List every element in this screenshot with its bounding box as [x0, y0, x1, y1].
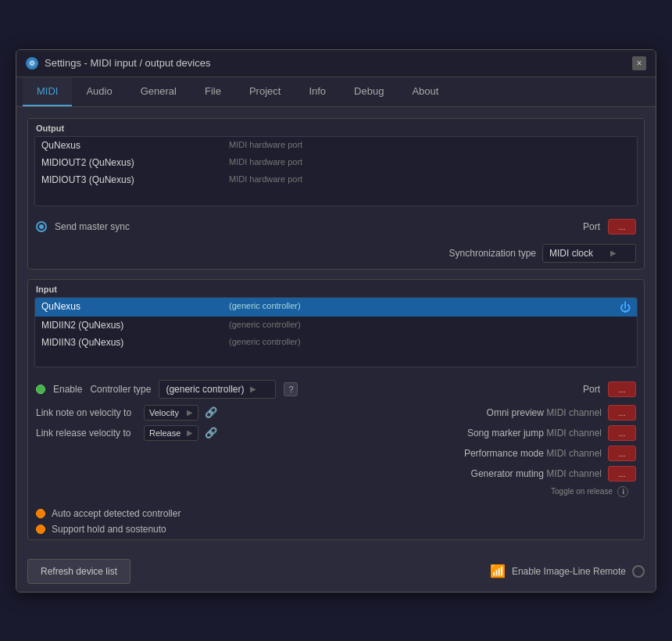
input-device-row-2[interactable]: MIDIIN2 (QuNexus) (generic controller)	[35, 317, 637, 334]
link-release-label: Link release velocity to	[36, 428, 138, 439]
link-note-label: Link note on velocity to	[36, 407, 138, 418]
toggle-release-info[interactable]: ℹ	[617, 486, 628, 497]
link-note-dropdown[interactable]: Velocity ▶	[144, 405, 198, 421]
output-device-type-2: MIDI hardware port	[229, 157, 302, 168]
input-device-row-3[interactable]: MIDIIN3 (QuNexus) (generic controller)	[35, 334, 637, 351]
send-master-sync-label: Send master sync	[55, 221, 130, 232]
input-device-type-2: (generic controller)	[229, 320, 301, 331]
content-area: Output QuNexus MIDI hardware port MIDIOU…	[16, 107, 656, 551]
output-port-button[interactable]: ...	[608, 219, 636, 235]
window-title: Settings - MIDI input / output devices	[45, 57, 210, 69]
toggle-release-label: Toggle on release	[551, 487, 613, 496]
sync-type-dropdown[interactable]: MIDI clock ▶	[542, 244, 636, 263]
support-hold-row: Support hold and sostenuto	[36, 524, 636, 535]
remote-wifi-icon: 📶	[490, 564, 506, 578]
tab-project[interactable]: Project	[235, 77, 295, 106]
tab-info[interactable]: Info	[295, 77, 340, 106]
input-device-type-1: (generic controller)	[229, 301, 301, 313]
toggle-release-row: Toggle on release ℹ	[339, 486, 636, 497]
input-port-button[interactable]: ...	[608, 381, 636, 397]
output-section: Output QuNexus MIDI hardware port MIDIOU…	[27, 118, 645, 270]
footer: Refresh device list 📶 Enable Image-Line …	[16, 551, 656, 592]
output-device-type-1: MIDI hardware port	[229, 140, 302, 151]
tab-midi[interactable]: MIDI	[23, 77, 72, 106]
performance-channel-button[interactable]: ...	[608, 446, 636, 461]
help-button[interactable]: ?	[284, 382, 298, 396]
link-note-icon[interactable]: 🔗	[205, 406, 217, 418]
controller-type-value: (generic controller)	[166, 384, 244, 395]
bottom-options: Auto accept detected controller Support …	[28, 503, 644, 539]
song-marker-label: Song marker jump MIDI channel	[467, 428, 602, 439]
output-device-row-2[interactable]: MIDIOUT2 (QuNexus) MIDI hardware port	[35, 154, 637, 171]
close-button[interactable]: ×	[632, 56, 646, 70]
support-hold-label: Support hold and sostenuto	[52, 524, 166, 535]
performance-label: Performance mode MIDI channel	[464, 448, 602, 459]
omni-channel-button[interactable]: ...	[608, 405, 636, 421]
input-device-name-3: MIDIIN3 (QuNexus)	[41, 337, 213, 348]
link-release-row: Link release velocity to Release ▶ 🔗	[36, 425, 333, 441]
generator-channel-button[interactable]: ...	[608, 466, 636, 482]
tab-debug[interactable]: Debug	[340, 77, 398, 106]
main-window: ⚙ Settings - MIDI input / output devices…	[16, 49, 656, 593]
output-device-row-1[interactable]: QuNexus MIDI hardware port	[35, 137, 637, 154]
input-device-name-2: MIDIIN2 (QuNexus)	[41, 320, 213, 331]
tab-audio[interactable]: Audio	[72, 77, 126, 106]
tab-about[interactable]: About	[398, 77, 452, 106]
refresh-device-button[interactable]: Refresh device list	[27, 559, 130, 584]
auto-accept-indicator	[36, 509, 45, 518]
input-device-type-3: (generic controller)	[229, 337, 301, 348]
input-device-name-1: QuNexus	[41, 301, 213, 313]
main-grid: Link note on velocity to Velocity ▶ 🔗 Li…	[28, 405, 644, 503]
sync-type-label: Synchronization type	[449, 248, 536, 259]
input-device-row-1[interactable]: QuNexus (generic controller) ⏻	[35, 298, 637, 317]
input-device-list: QuNexus (generic controller) ⏻ MIDIIN2 (…	[34, 297, 638, 367]
controller-type-dropdown[interactable]: (generic controller) ▶	[159, 380, 276, 399]
input-section: Input QuNexus (generic controller) ⏻ MID…	[27, 279, 645, 540]
remote-toggle[interactable]	[632, 565, 645, 578]
link-release-dropdown[interactable]: Release ▶	[144, 425, 198, 441]
output-device-list: QuNexus MIDI hardware port MIDIOUT2 (QuN…	[34, 136, 638, 206]
input-section-label: Input	[28, 280, 644, 297]
right-column: Omni preview MIDI channel ... Song marke…	[339, 405, 636, 497]
output-port-label: Port	[583, 221, 600, 232]
titlebar: ⚙ Settings - MIDI input / output devices…	[16, 50, 656, 77]
link-note-row: Link note on velocity to Velocity ▶ 🔗	[36, 405, 333, 421]
omni-preview-label: Omni preview MIDI channel	[487, 407, 602, 418]
tab-bar: MIDI Audio General File Project Info Deb…	[16, 77, 656, 107]
sync-type-value: MIDI clock	[549, 248, 593, 259]
titlebar-left: ⚙ Settings - MIDI input / output devices	[26, 57, 210, 70]
enable-indicator	[36, 385, 45, 394]
link-release-value: Release	[149, 428, 181, 438]
left-column: Link note on velocity to Velocity ▶ 🔗 Li…	[36, 405, 333, 497]
enable-label: Enable	[53, 384, 82, 395]
send-master-sync-radio[interactable]	[36, 221, 47, 232]
app-icon: ⚙	[26, 57, 38, 70]
power-icon: ⏻	[620, 301, 631, 313]
output-section-label: Output	[28, 119, 644, 136]
output-device-name-3: MIDIOUT3 (QuNexus)	[41, 174, 213, 185]
link-note-arrow: ▶	[187, 408, 193, 417]
tab-file[interactable]: File	[191, 77, 235, 106]
input-port-label: Port	[583, 384, 600, 395]
song-channel-button[interactable]: ...	[608, 425, 636, 441]
omni-preview-row: Omni preview MIDI channel ...	[339, 405, 636, 421]
generator-row: Generator muting MIDI channel ...	[339, 466, 636, 482]
sync-row: Synchronization type MIDI clock ▶	[28, 241, 644, 269]
link-release-icon[interactable]: 🔗	[205, 427, 217, 439]
output-device-type-3: MIDI hardware port	[229, 174, 302, 185]
generator-label: Generator muting MIDI channel	[471, 468, 602, 479]
auto-accept-row: Auto accept detected controller	[36, 508, 636, 519]
remote-label: Enable Image-Line Remote	[512, 566, 626, 577]
link-note-value: Velocity	[149, 408, 179, 417]
auto-accept-label: Auto accept detected controller	[52, 508, 181, 519]
sync-dropdown-arrow: ▶	[610, 249, 617, 257]
enable-row: Enable Controller type (generic controll…	[28, 374, 644, 405]
controller-dropdown-arrow: ▶	[250, 385, 256, 393]
tab-general[interactable]: General	[127, 77, 191, 106]
output-device-row-3[interactable]: MIDIOUT3 (QuNexus) MIDI hardware port	[35, 171, 637, 188]
controller-type-label: Controller type	[90, 384, 151, 395]
output-device-name-2: MIDIOUT2 (QuNexus)	[41, 157, 213, 168]
remote-row: 📶 Enable Image-Line Remote	[490, 564, 645, 578]
output-controls-row: Send master sync Port ...	[28, 213, 644, 241]
song-marker-row: Song marker jump MIDI channel ...	[339, 425, 636, 441]
